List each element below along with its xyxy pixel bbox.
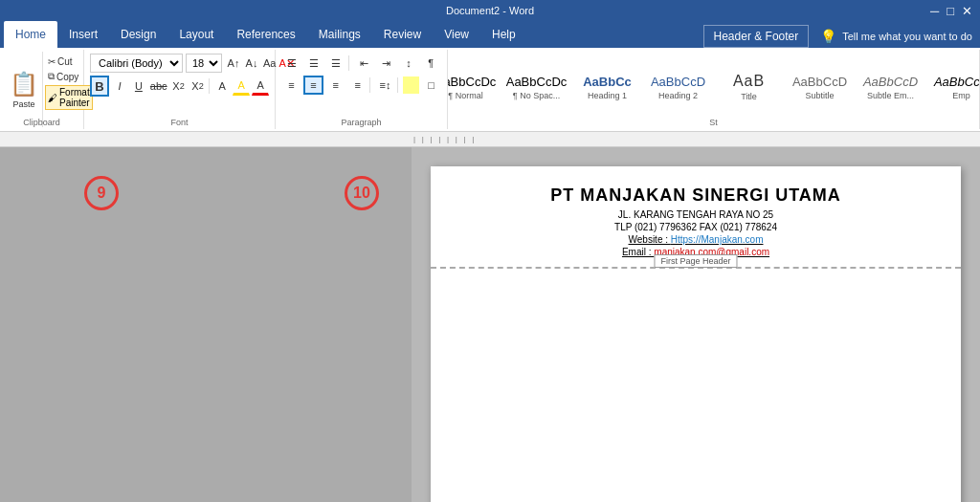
- email-prefix: Email :: [622, 247, 654, 257]
- tab-mailings[interactable]: Mailings: [307, 21, 372, 48]
- underline-button[interactable]: U: [130, 76, 147, 96]
- styles-group-label: St: [448, 118, 979, 127]
- title-bar: Document2 - Word ─ □ ✕: [0, 0, 980, 21]
- style-item-heading2[interactable]: AaBbCcD Heading 2: [645, 57, 712, 117]
- divider2: [348, 55, 352, 71]
- para-group-content: ☰ ☰ ☰ ⇤ ⇥ ↕ ¶ ≡ ≡ ≡ ≡ ≡↕: [281, 52, 441, 108]
- ruler: | | | | | | | |: [0, 132, 980, 147]
- font-family-select[interactable]: Calibri (Body): [90, 54, 183, 73]
- numbering-button[interactable]: ☰: [303, 54, 323, 73]
- bullets-button[interactable]: ☰: [281, 54, 301, 73]
- page-header: PT MANJAKAN SINERGI UTAMA JL. KARANG TEN…: [431, 166, 961, 269]
- align-center-button[interactable]: ≡: [303, 76, 323, 95]
- style-item-normal[interactable]: AaBbCcDc ¶ Normal: [448, 57, 500, 117]
- style-item-subtitle[interactable]: AaBbCcD Subtitle: [787, 57, 854, 117]
- font-group: Calibri (Body) 18 A↑ A↓ Aa A✕ B: [84, 50, 276, 129]
- shrink-font-button[interactable]: A↓: [243, 55, 260, 72]
- style-label-heading1: Heading 1: [588, 91, 627, 100]
- font-row2: B I U abc X2 X2 A A A: [90, 76, 269, 97]
- font-size-select[interactable]: 18: [186, 54, 222, 73]
- style-preview-subtle-em: AaBbCcD: [863, 75, 918, 89]
- company-contact: TLP (021) 7796362 FAX (021) 778624: [488, 222, 903, 232]
- divider3: [369, 77, 373, 93]
- style-label-no-spacing: ¶ No Spac...: [513, 91, 560, 100]
- font-group-label: Font: [84, 118, 275, 127]
- line-spacing-button[interactable]: ≡↕: [375, 76, 395, 95]
- shading-button[interactable]: [403, 76, 419, 94]
- left-panel: 9 10: [0, 147, 412, 502]
- font-row1: Calibri (Body) 18 A↑ A↓ Aa A✕: [90, 54, 269, 73]
- copy-label: Copy: [56, 72, 78, 82]
- text-effect-button[interactable]: A: [213, 76, 231, 96]
- show-hide-button[interactable]: ¶: [421, 54, 441, 73]
- justify-button[interactable]: ≡: [347, 76, 368, 95]
- company-address: JL. KARANG TENGAH RAYA NO 25: [488, 209, 903, 220]
- para-row2: ≡ ≡ ≡ ≡ ≡↕ □: [281, 76, 441, 95]
- subscript-button[interactable]: X2: [170, 76, 188, 96]
- tell-me-text[interactable]: Tell me what you want to do: [842, 31, 972, 42]
- ribbon-toolbar: 📋 Paste ✂ Cut ⧉ Copy 🖌 Format Painter: [0, 48, 980, 132]
- company-website: Website : Https://Manjakan.com: [488, 234, 903, 245]
- annotation-10: 10: [345, 176, 379, 210]
- style-preview-heading1: AaBbCc: [583, 75, 632, 89]
- website-prefix: Website :: [629, 234, 671, 245]
- bold-button[interactable]: B: [90, 76, 109, 97]
- style-item-heading1[interactable]: AaBbCc Heading 1: [574, 57, 641, 117]
- italic-button[interactable]: I: [111, 76, 128, 96]
- font-color-button[interactable]: A: [252, 76, 269, 96]
- tab-help[interactable]: Help: [480, 21, 527, 48]
- divider4: [397, 77, 401, 93]
- superscript-button[interactable]: X2: [189, 76, 207, 96]
- ruler-marks: | | | | | | | |: [413, 135, 474, 143]
- content-area: 9 10 PT MANJAKAN SINERGI UTAMA JL. KARAN…: [0, 147, 980, 502]
- maximize-btn[interactable]: □: [947, 4, 954, 18]
- tab-header-footer[interactable]: Header & Footer: [703, 25, 810, 48]
- style-item-subtle-em[interactable]: AaBbCcD Subtle Em...: [858, 57, 924, 117]
- tab-home[interactable]: Home: [4, 21, 57, 48]
- style-item-title[interactable]: AaB Title: [716, 57, 783, 117]
- style-preview-emp: AaBbCcD: [934, 75, 980, 89]
- company-name: PT MANJAKAN SINERGI UTAMA: [488, 186, 903, 206]
- paste-icon: 📋: [10, 71, 38, 98]
- tab-insert[interactable]: Insert: [57, 21, 109, 48]
- highlight-button[interactable]: A: [233, 76, 250, 96]
- paragraph-group-label: Paragraph: [276, 118, 447, 127]
- style-item-emp[interactable]: AaBbCcD Emp: [928, 57, 981, 117]
- copy-icon: ⧉: [48, 71, 55, 82]
- tab-layout[interactable]: Layout: [167, 21, 225, 48]
- title-bar-text: Document2 - Word: [446, 5, 534, 16]
- style-label-subtle-em: Subtle Em...: [867, 91, 914, 100]
- align-left-button[interactable]: ≡: [281, 76, 301, 95]
- paragraph-group: ☰ ☰ ☰ ⇤ ⇥ ↕ ¶ ≡ ≡ ≡ ≡ ≡↕: [276, 50, 448, 129]
- font-size-buttons: A↑ A↓: [225, 55, 260, 72]
- app-container: Document2 - Word ─ □ ✕ Home Insert Desig…: [0, 0, 980, 502]
- align-right-button[interactable]: ≡: [325, 76, 345, 95]
- styles-content: AaBbCcDc ¶ Normal AaBbCcDc ¶ No Spac... …: [448, 52, 980, 122]
- paste-button[interactable]: 📋 Paste: [6, 52, 43, 127]
- close-btn[interactable]: ✕: [962, 4, 972, 18]
- sort-button[interactable]: ↕: [398, 54, 418, 73]
- tab-review[interactable]: Review: [372, 21, 433, 48]
- strikethrough-button[interactable]: abc: [149, 76, 168, 96]
- tab-view[interactable]: View: [433, 21, 480, 48]
- change-case-button[interactable]: Aa: [263, 55, 276, 72]
- style-item-no-spacing[interactable]: AaBbCcDc ¶ No Spac...: [503, 57, 570, 117]
- ribbon-tabs: Home Insert Design Layout References Mai…: [0, 21, 980, 48]
- tab-design[interactable]: Design: [109, 21, 167, 48]
- website-url[interactable]: Https://Manjakan.com: [671, 234, 764, 245]
- minimize-btn[interactable]: ─: [930, 4, 939, 18]
- style-label-normal: ¶ Normal: [448, 91, 482, 100]
- clipboard-inner: 📋 Paste ✂ Cut ⧉ Copy 🖌 Format Painter: [6, 52, 78, 127]
- style-preview-title: AaB: [733, 73, 765, 90]
- borders-button[interactable]: □: [421, 76, 441, 95]
- document-area[interactable]: PT MANJAKAN SINERGI UTAMA JL. KARANG TEN…: [412, 147, 980, 502]
- multilevel-button[interactable]: ☰: [326, 54, 346, 73]
- format-painter-icon: 🖌: [48, 93, 57, 103]
- increase-indent-button[interactable]: ⇥: [376, 54, 396, 73]
- style-label-subtitle: Subtitle: [805, 91, 834, 100]
- cut-icon: ✂: [48, 56, 56, 67]
- grow-font-button[interactable]: A↑: [225, 55, 242, 72]
- cut-label: Cut: [57, 56, 73, 67]
- decrease-indent-button[interactable]: ⇤: [354, 54, 374, 73]
- tab-references[interactable]: References: [225, 21, 306, 48]
